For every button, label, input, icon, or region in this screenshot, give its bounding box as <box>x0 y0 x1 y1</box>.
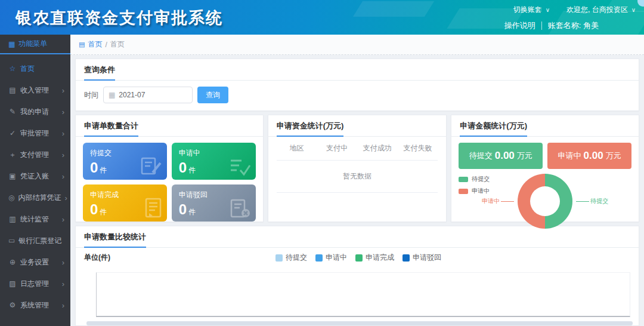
amount-value: 0.00 <box>495 150 515 162</box>
chevron-down-icon[interactable]: ∨ <box>546 7 550 13</box>
stat-card-unit: 件 <box>188 208 196 216</box>
stat-card-value: 0 <box>179 159 187 176</box>
sidebar-item-icon: ▣ <box>8 172 17 180</box>
main-content: ▤ 首页 / 首页 查询条件 时间 ▦ 2021-07 查询 <box>70 35 644 326</box>
sidebar-item-icon: ▭ <box>8 236 15 245</box>
stat-card-completed[interactable]: 申请完成 0件 <box>83 184 167 222</box>
search-button[interactable]: 查询 <box>197 87 228 103</box>
legend-item[interactable]: 待提交 <box>275 253 307 263</box>
breadcrumb: ▤ 首页 / 首页 <box>70 35 644 55</box>
stat-card-applying[interactable]: 申请中 0件 <box>172 143 256 180</box>
funds-table-column: 地区 <box>277 143 317 153</box>
sidebar-item[interactable]: ▤ 收入管理 › <box>0 79 70 101</box>
chevron-right-icon: › <box>62 258 64 267</box>
applying-amount-button[interactable]: 申请中 0.00 万元 <box>547 143 631 169</box>
sidebar-item[interactable]: ▭ 银行汇票登记 <box>0 230 70 251</box>
funds-table-column: 支付成功 <box>357 143 398 153</box>
sidebar-item-label: 统计监管 <box>20 214 58 224</box>
sidebar-item[interactable]: ☆ 首页 <box>0 58 70 79</box>
sidebar-item-label: 日志管理 <box>20 279 58 289</box>
grid-menu-icon: ▦ <box>8 40 15 48</box>
document-reject-icon <box>230 198 251 218</box>
app-header: 银农直联资金支付审批系统 切换账套 ∨ 欢迎您, 台商投资区 ∨ 操作说明 账套… <box>0 0 644 35</box>
leader-line <box>501 201 514 202</box>
time-label: 时间 <box>84 90 98 100</box>
amount-unit: 万元 <box>517 150 532 161</box>
donut-chart[interactable] <box>518 174 572 229</box>
sidebar-item-label: 首页 <box>20 64 61 74</box>
sidebar-item[interactable]: ◎ 内部结算凭证 › <box>0 187 70 208</box>
legend-item[interactable]: 申请驳回 <box>402 253 441 263</box>
breadcrumb-home-link[interactable]: 首页 <box>88 39 102 50</box>
sidebar-item[interactable]: ✓ 审批管理 › <box>0 122 70 144</box>
sidebar-item-icon: ✎ <box>8 107 17 116</box>
welcome-user-dropdown[interactable]: 欢迎您, 台商投资区 <box>566 5 628 15</box>
stat-card-unit: 件 <box>100 208 107 216</box>
funds-stats-panel: 申请资金统计(万元) 地区支付中支付成功支付失败 暂无数据 <box>268 115 447 222</box>
stat-card-rejected[interactable]: 申请驳回 0件 <box>172 184 256 222</box>
horizontal-scrollbar[interactable] <box>86 321 633 325</box>
pending-amount-button[interactable]: 待提交 0.00 万元 <box>459 143 543 169</box>
sidebar-item-icon: ◎ <box>8 193 14 202</box>
sidebar-item-label: 系统管理 <box>20 300 58 310</box>
chevron-right-icon: › <box>62 301 64 310</box>
sidebar-item-icon: ▥ <box>8 215 17 223</box>
chevron-right-icon: › <box>62 107 64 116</box>
sidebar-item[interactable]: ⚙ 系统管理 › <box>0 294 70 316</box>
sidebar-item-icon: ▨ <box>8 279 17 288</box>
chevron-right-icon: › <box>62 150 64 159</box>
funds-table-column: 支付中 <box>317 143 357 153</box>
chevron-right-icon: › <box>62 86 64 95</box>
month-picker-value: 2021-07 <box>119 91 145 99</box>
legend-swatch <box>402 254 410 262</box>
amount-label: 待提交 <box>469 150 493 161</box>
month-picker-input[interactable]: ▦ 2021-07 <box>103 87 193 103</box>
divider <box>541 21 542 30</box>
legend-label: 申请完成 <box>366 253 394 263</box>
sidebar-menu: ☆ 首页 ▤ 收入管理 › ✎ 我的申请 › ✓ <box>0 54 70 316</box>
legend-swatch <box>275 254 283 262</box>
sidebar-item-label: 凭证入账 <box>20 171 58 182</box>
sidebar-item-label: 内部结算凭证 <box>18 193 61 203</box>
sidebar-item-label: 支付管理 <box>20 150 58 160</box>
sidebar-item-label: 银行汇票登记 <box>18 236 61 246</box>
sidebar-item-label: 业务设置 <box>20 257 58 267</box>
app-title: 银农直联资金支付审批系统 <box>16 7 223 29</box>
sidebar-item[interactable]: ✎ 我的申请 › <box>0 101 70 122</box>
legend-item[interactable]: 申请中 <box>315 253 347 263</box>
chevron-right-icon: › <box>62 215 64 224</box>
stat-card-value: 0 <box>90 201 98 217</box>
operation-guide-link[interactable]: 操作说明 <box>504 20 535 31</box>
header-decoration <box>353 1 434 17</box>
sidebar-item[interactable]: ⊕ 业务设置 › <box>0 251 70 273</box>
sidebar-item[interactable]: ▣ 凭证入账 › <box>0 165 70 187</box>
stat-card-value: 0 <box>90 159 98 176</box>
amount-stats-panel: 申请金额统计(万元) 待提交 0.00 万元 申请中 0.00 万元 <box>451 115 639 222</box>
empty-data-text: 暂无数据 <box>277 161 438 193</box>
funds-table-column: 支付失败 <box>398 143 438 153</box>
stat-card-unit: 件 <box>188 166 196 174</box>
chevron-right-icon: › <box>62 279 64 288</box>
sidebar-item-icon: ⚙ <box>8 301 17 309</box>
sidebar-item[interactable]: ▨ 日志管理 › <box>0 273 70 294</box>
account-name-label: 账套名称: 角美 <box>548 20 599 31</box>
funds-table-header: 地区支付中支付成功支付失败 <box>277 137 438 161</box>
breadcrumb-current: 首页 <box>110 39 125 50</box>
sidebar-item[interactable]: ＋ 支付管理 › <box>0 144 70 165</box>
sidebar-item[interactable]: ▥ 统计监管 › <box>0 208 70 230</box>
amount-unit: 万元 <box>606 150 621 161</box>
page-doc-icon: ▤ <box>79 41 85 48</box>
chevron-down-icon[interactable]: ∨ <box>631 7 636 13</box>
comparison-panel: 申请数量比较统计 单位(件) 待提交 申请中 <box>75 226 639 326</box>
legend-swatch <box>355 254 363 262</box>
comparison-panel-title: 申请数量比较统计 <box>84 232 146 248</box>
sidebar: ▦ 功能菜单 ☆ 首页 ▤ 收入管理 › ✎ 我的申请 <box>0 35 70 326</box>
document-icon <box>144 198 162 218</box>
stat-card-pending-submit[interactable]: 待提交 0件 <box>83 143 167 180</box>
stat-card-value: 0 <box>179 201 187 217</box>
legend-item[interactable]: 申请完成 <box>355 253 394 263</box>
funds-panel-title: 申请资金统计(万元) <box>277 121 344 137</box>
sidebar-item-icon: ⊕ <box>8 258 17 266</box>
switch-account-link[interactable]: 切换账套 <box>513 5 542 15</box>
sidebar-menu-title: 功能菜单 <box>18 39 47 49</box>
